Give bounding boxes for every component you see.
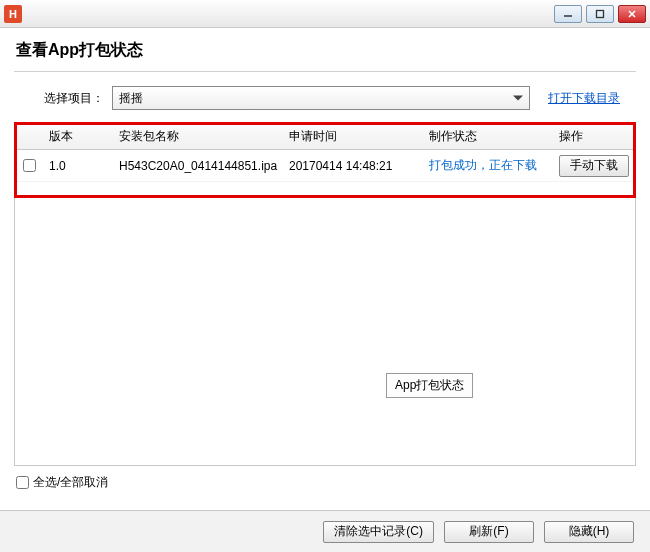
table-body: 1.0 H543C20A0_0414144851.ipa 20170414 14… xyxy=(14,150,636,466)
maximize-button[interactable] xyxy=(586,5,614,23)
col-version: 版本 xyxy=(41,128,111,145)
footer-bar: 清除选中记录(C) 刷新(F) 隐藏(H) xyxy=(0,510,650,552)
project-selector-label: 选择项目： xyxy=(44,90,104,107)
cell-build-status: 打包成功，正在下载 xyxy=(421,157,551,174)
svg-rect-1 xyxy=(597,10,604,17)
cell-version: 1.0 xyxy=(41,159,111,173)
refresh-button[interactable]: 刷新(F) xyxy=(444,521,534,543)
page-title: 查看App打包状态 xyxy=(0,28,650,71)
select-all-checkbox[interactable] xyxy=(16,476,29,489)
close-button[interactable] xyxy=(618,5,646,23)
app-icon: H xyxy=(4,5,22,23)
window-titlebar: H xyxy=(0,0,650,28)
cell-package-name: H543C20A0_0414144851.ipa xyxy=(111,159,281,173)
minimize-button[interactable] xyxy=(554,5,582,23)
project-selector-value: 摇摇 xyxy=(119,90,143,107)
col-request-time: 申请时间 xyxy=(281,128,421,145)
project-selector-row: 选择项目： 摇摇 打开下载目录 xyxy=(0,72,650,122)
table-header: 版本 安装包名称 申请时间 制作状态 操作 xyxy=(14,122,636,150)
manual-download-button[interactable]: 手动下载 xyxy=(559,155,629,177)
project-selector[interactable]: 摇摇 xyxy=(112,86,530,110)
window-controls xyxy=(554,5,646,23)
select-all-row: 全选/全部取消 xyxy=(0,466,650,491)
table-row: 1.0 H543C20A0_0414144851.ipa 20170414 14… xyxy=(15,150,635,182)
col-action: 操作 xyxy=(551,128,635,145)
row-checkbox[interactable] xyxy=(23,159,36,172)
select-all-label: 全选/全部取消 xyxy=(33,474,108,491)
open-download-dir-link[interactable]: 打开下载目录 xyxy=(548,90,620,107)
hide-button[interactable]: 隐藏(H) xyxy=(544,521,634,543)
tooltip-app-status: App打包状态 xyxy=(386,373,473,398)
col-build-status: 制作状态 xyxy=(421,128,551,145)
cell-request-time: 20170414 14:48:21 xyxy=(281,159,421,173)
clear-selected-button[interactable]: 清除选中记录(C) xyxy=(323,521,434,543)
chevron-down-icon xyxy=(513,96,523,101)
build-table: 版本 安装包名称 申请时间 制作状态 操作 1.0 H543C20A0_0414… xyxy=(14,122,636,466)
col-package-name: 安装包名称 xyxy=(111,128,281,145)
